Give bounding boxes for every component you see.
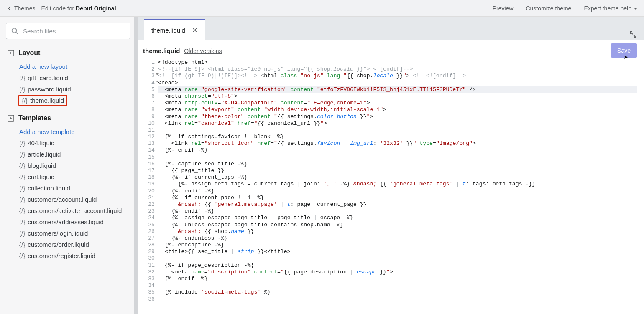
search-wrap [6,23,130,39]
top-bar: Themes Edit code for Debut Original Prev… [0,0,644,17]
topbar-right: Preview Customize theme Expert theme hel… [493,5,637,12]
file-item[interactable]: {/} password.liquid [18,84,134,95]
chevron-left-icon [7,5,13,11]
tab-bar: theme.liquid ✕ [138,17,644,40]
file-item[interactable]: {/} article.liquid [18,149,134,160]
line-numbers: 1234567891011121314151617181920212223242… [143,59,158,314]
liquid-icon: {/} [22,97,28,104]
back-button[interactable]: Themes [7,5,36,12]
file-item[interactable]: {/} gift_card.liquid [18,72,134,84]
liquid-icon: {/} [19,230,25,237]
layout-label: Layout [18,49,40,57]
fullscreen-button[interactable] [629,30,637,40]
main: Layout Add a new layout{/} gift_card.liq… [0,17,644,314]
file-item[interactable]: {/} customers/account.liquid [18,194,134,205]
save-button[interactable]: Save ➤ [611,43,637,58]
fullscreen-icon [629,30,637,39]
section-layout[interactable]: Layout [6,47,134,59]
liquid-icon: {/} [19,241,25,248]
search-input[interactable] [6,23,130,39]
file-item[interactable]: {/} customers/register.liquid [18,250,134,261]
svg-point-0 [12,28,17,33]
add-icon [8,50,14,56]
code-lines[interactable]: <!doctype html><!--[if IE 9]> <html clas… [158,59,637,314]
liquid-icon: {/} [19,162,25,169]
file-name: theme.liquid [143,47,180,54]
file-item[interactable]: {/} theme.liquid [18,95,67,106]
section-templates[interactable]: Templates [6,112,134,124]
file-item[interactable]: {/} customers/activate_account.liquid [18,205,134,216]
file-item[interactable]: {/} customers/login.liquid [18,228,134,239]
editor-body: theme.liquid Older versions Save ➤ 12345… [138,40,644,314]
older-versions-link[interactable]: Older versions [184,48,222,54]
file-item[interactable]: {/} collection.liquid [18,182,134,194]
liquid-icon: {/} [19,151,25,158]
topbar-left: Themes Edit code for Debut Original [7,5,116,12]
file-item[interactable]: {/} cart.liquid [18,171,134,182]
add-template-link[interactable]: Add a new template [18,126,134,137]
splitter[interactable] [134,17,138,314]
add-icon [8,115,14,122]
liquid-icon: {/} [19,139,25,147]
add-layout-link[interactable]: Add a new layout [18,61,134,72]
editor-panel: theme.liquid ✕ theme.liquid Older versio… [138,17,644,314]
preview-link[interactable]: Preview [493,5,514,12]
close-icon[interactable]: ✕ [192,26,197,34]
liquid-icon: {/} [19,173,25,180]
tab-theme-liquid[interactable]: theme.liquid ✕ [144,19,205,40]
search-icon [11,27,18,35]
customize-link[interactable]: Customize theme [526,5,571,12]
page-title: Edit code for Debut Original [41,5,116,12]
templates-label: Templates [18,114,51,122]
liquid-icon: {/} [19,185,25,192]
liquid-icon: {/} [19,196,25,203]
liquid-icon: {/} [19,86,25,93]
file-item[interactable]: {/} customers/addresses.liquid [18,216,134,228]
title-theme: Debut Original [76,5,116,12]
back-label: Themes [14,5,36,12]
liquid-icon: {/} [19,74,25,81]
liquid-icon: {/} [19,252,25,259]
file-item[interactable]: {/} customers/order.liquid [18,239,134,250]
file-item[interactable]: {/} 404.liquid [18,137,134,149]
liquid-icon: {/} [19,218,25,225]
tabs: theme.liquid ✕ [144,17,205,40]
tab-label: theme.liquid [151,27,185,34]
sidebar: Layout Add a new layout{/} gift_card.liq… [0,17,134,314]
editor-header-left: theme.liquid Older versions [143,47,222,54]
file-item[interactable]: {/} blog.liquid [18,160,134,171]
editor-header: theme.liquid Older versions Save ➤ [143,44,637,57]
template-file-list: Add a new template{/} 404.liquid{/} arti… [6,124,134,267]
expert-help-dropdown[interactable]: Expert theme help [584,5,637,12]
liquid-icon: {/} [19,207,25,214]
title-prefix: Edit code for [41,5,76,12]
layout-file-list: Add a new layout{/} gift_card.liquid{/} … [6,59,134,112]
code-editor[interactable]: 1234567891011121314151617181920212223242… [143,59,637,314]
save-label: Save [617,47,631,54]
